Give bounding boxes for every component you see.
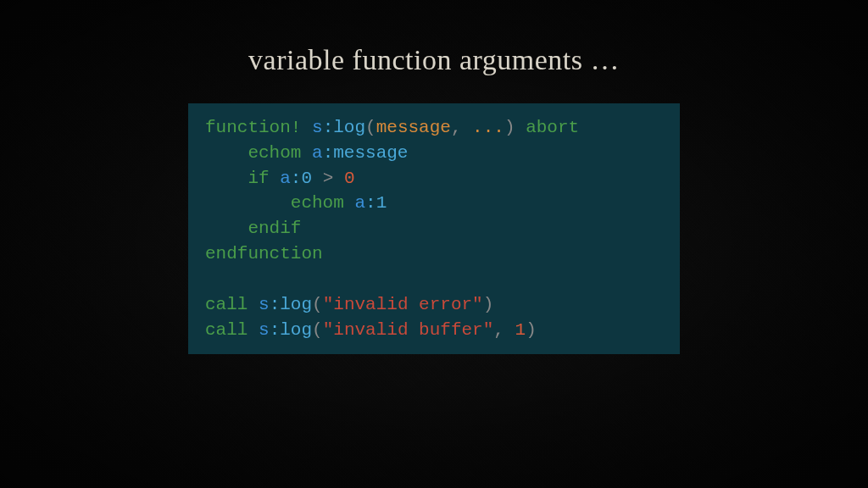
param-varargs: ... — [472, 118, 504, 137]
keyword-echom: echom — [205, 143, 301, 163]
keyword-endfunction: endfunction — [205, 244, 323, 263]
operator-gt: > — [312, 169, 344, 188]
namespace-s: s — [301, 118, 322, 137]
function-name: :log — [323, 118, 365, 137]
code-block: function! s:log(message, ...) abort echo… — [188, 103, 680, 354]
function-call-log: :log — [270, 320, 312, 340]
keyword-call: call — [205, 295, 248, 314]
string-literal: "invalid error" — [323, 295, 483, 314]
keyword-call: call — [205, 320, 248, 340]
literal-zero: 0 — [344, 169, 355, 188]
paren-close: ) — [526, 320, 537, 340]
keyword-endif: endif — [205, 219, 301, 238]
comma: , — [493, 320, 515, 340]
namespace-a: a — [270, 169, 291, 188]
paren-open: ( — [312, 320, 323, 340]
paren-open: ( — [312, 295, 323, 314]
var-one: :1 — [365, 193, 387, 213]
var-message: :message — [323, 143, 409, 163]
string-literal: "invalid buffer" — [323, 320, 494, 340]
slide-title: variable function arguments … — [248, 44, 620, 76]
keyword-function: function! — [205, 118, 301, 137]
namespace-s: s — [248, 320, 269, 340]
namespace-a: a — [301, 143, 322, 163]
literal-one: 1 — [515, 320, 526, 340]
paren-open: ( — [365, 118, 376, 137]
function-call-log: :log — [270, 295, 312, 314]
namespace-s: s — [248, 295, 269, 314]
namespace-a: a — [344, 193, 365, 213]
keyword-abort: abort — [515, 118, 580, 137]
param-message: message — [376, 118, 451, 137]
comma: , — [451, 118, 472, 137]
var-zero: :0 — [291, 169, 312, 188]
keyword-if: if — [205, 169, 270, 188]
keyword-echom: echom — [205, 193, 344, 213]
paren-close: ) — [483, 295, 494, 314]
paren-close: ) — [504, 118, 515, 137]
